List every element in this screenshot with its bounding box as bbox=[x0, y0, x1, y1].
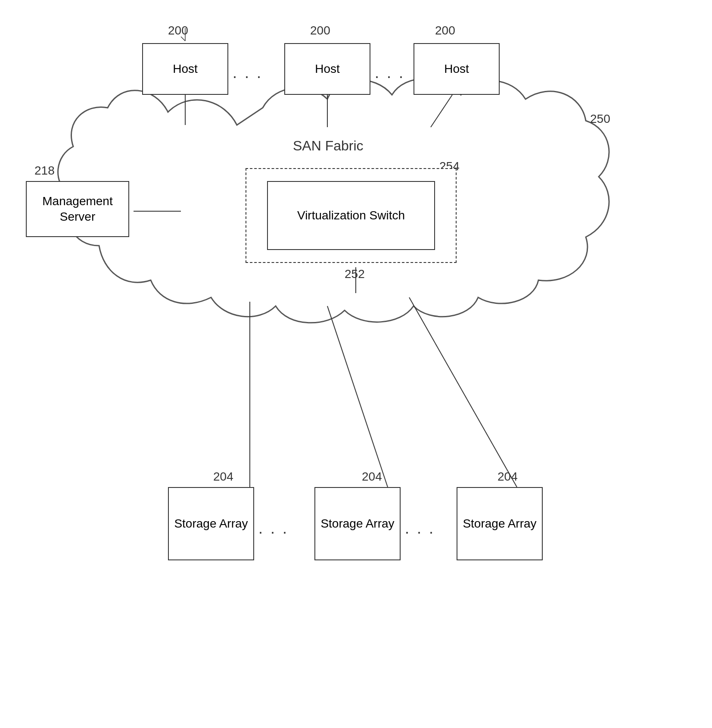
svg-line-4 bbox=[327, 306, 388, 487]
host-box-1: Host bbox=[142, 43, 228, 95]
label-200-host2: 200 bbox=[310, 24, 330, 37]
label-204-storage2: 204 bbox=[362, 470, 382, 484]
management-server-box: Management Server bbox=[26, 181, 129, 237]
dots-storage-1-2: . . . bbox=[258, 519, 289, 537]
storage-array-box-2: Storage Array bbox=[314, 487, 401, 560]
dots-host-2-3: . . . bbox=[375, 64, 405, 82]
label-218: 218 bbox=[34, 164, 55, 178]
storage-array-box-1: Storage Array bbox=[168, 487, 254, 560]
host-box-3: Host bbox=[414, 43, 500, 95]
host-box-2: Host bbox=[284, 43, 370, 95]
label-252: 252 bbox=[345, 267, 365, 281]
arrow-200-host1 bbox=[159, 24, 194, 45]
dots-host-1-2: . . . bbox=[233, 64, 263, 82]
label-204-storage1: 204 bbox=[213, 470, 233, 484]
svg-line-5 bbox=[409, 297, 517, 487]
storage-array-box-3: Storage Array bbox=[457, 487, 543, 560]
san-fabric-label: SAN Fabric bbox=[293, 138, 364, 154]
label-200-host3: 200 bbox=[435, 24, 455, 37]
diagram-svg bbox=[0, 0, 712, 728]
label-250: 250 bbox=[590, 112, 610, 126]
dots-storage-2-3: . . . bbox=[405, 519, 435, 537]
label-204-storage3: 204 bbox=[497, 470, 518, 484]
svg-line-10 bbox=[181, 37, 185, 41]
virtualization-switch-inner-box: Virtualization Switch bbox=[267, 181, 435, 250]
diagram-container: 200 200 200 Host . . . Host . . . Host 2… bbox=[0, 0, 712, 728]
